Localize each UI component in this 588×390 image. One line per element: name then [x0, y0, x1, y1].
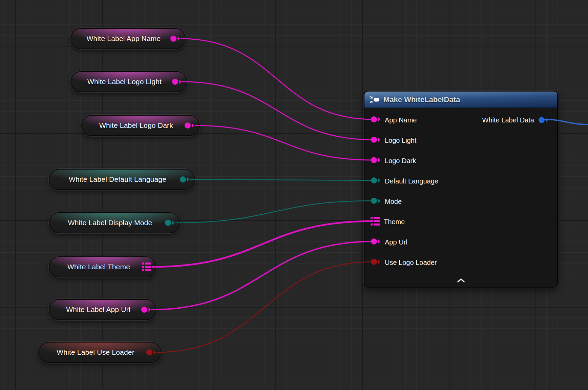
- graph-canvas[interactable]: White Label App Name White Label Logo Li…: [0, 0, 588, 390]
- output-pin[interactable]: [146, 349, 156, 356]
- pin-label: Mode: [385, 198, 402, 206]
- pin-label: Use Logo Loader: [385, 259, 437, 267]
- input-pin-app-name[interactable]: [371, 116, 381, 124]
- enum-pin-icon: [180, 176, 190, 183]
- output-pin[interactable]: [184, 122, 194, 129]
- input-pin-use-logo-loader[interactable]: [371, 258, 381, 267]
- pin-label: Logo Dark: [385, 157, 416, 165]
- pin-row-use-logo-loader: Use Logo Loader: [364, 252, 557, 273]
- string-pin-icon: [141, 306, 151, 313]
- input-pin-logo-dark[interactable]: [371, 156, 381, 165]
- node-make-whitelabeldata[interactable]: Make WhiteLabelData App Name White Label…: [364, 91, 558, 288]
- pin-row-logo-dark: Logo Dark: [364, 151, 557, 171]
- pin-rows: App Name White Label Data Logo Light: [364, 108, 557, 273]
- pin-row-app-name: App Name White Label Data: [364, 110, 557, 130]
- struct-pin-icon: [142, 262, 151, 271]
- node-get-white-label-app-name[interactable]: White Label App Name: [70, 28, 186, 49]
- output-pin[interactable]: [170, 35, 180, 42]
- pin-label: App Name: [385, 116, 417, 124]
- node-label: White Label Display Mode: [58, 219, 162, 227]
- pin-label: Default Language: [385, 177, 438, 185]
- node-label: White Label Logo Light: [80, 78, 169, 86]
- wire-app-name[interactable]: [181, 39, 373, 119]
- pin-row-default-language: Default Language: [364, 171, 557, 191]
- node-label: White Label App Name: [80, 35, 167, 43]
- node-label: White Label Use Loader: [48, 348, 143, 356]
- output-pin-white-label-data[interactable]: White Label Data: [482, 116, 548, 124]
- chevron-up-icon: [457, 278, 465, 282]
- pin-row-logo-light: Logo Light: [364, 130, 557, 151]
- node-label: White Label App Url: [58, 306, 138, 314]
- collapse-node-button[interactable]: [454, 276, 468, 285]
- node-title: Make WhiteLabelData: [383, 95, 460, 104]
- enum-pin-icon: [165, 219, 175, 227]
- node-get-white-label-theme[interactable]: White Label Theme: [49, 256, 156, 277]
- output-pin[interactable]: [172, 78, 182, 85]
- pin-row-app-url: App Url: [364, 232, 557, 252]
- node-label: White Label Logo Dark: [91, 121, 182, 130]
- node-label: White Label Default Language: [58, 175, 177, 183]
- node-label: White Label Theme: [58, 263, 139, 271]
- node-get-white-label-logo-dark[interactable]: White Label Logo Dark: [81, 115, 200, 136]
- pin-label: Logo Light: [385, 137, 416, 144]
- string-pin-icon: [170, 35, 180, 42]
- string-pin-icon: [172, 78, 182, 85]
- pin-label: Theme: [384, 218, 405, 226]
- pin-row-mode: Mode: [364, 191, 557, 212]
- wire-default-language[interactable]: [190, 179, 373, 180]
- pin-label: App Url: [385, 238, 407, 246]
- pin-label: White Label Data: [482, 116, 534, 124]
- pin-row-theme: Theme: [364, 212, 557, 232]
- node-get-white-label-logo-light[interactable]: White Label Logo Light: [70, 71, 187, 92]
- make-struct-icon: [369, 95, 380, 104]
- input-pin-mode[interactable]: [371, 197, 381, 206]
- node-title-bar[interactable]: Make WhiteLabelData: [364, 92, 557, 108]
- wire-display-mode[interactable]: [175, 201, 373, 223]
- output-pin[interactable]: [142, 262, 151, 271]
- wire-logo-dark[interactable]: [195, 125, 373, 160]
- string-pin-icon: [184, 122, 194, 129]
- input-pin-default-language[interactable]: [371, 177, 381, 186]
- node-get-white-label-use-loader[interactable]: White Label Use Loader: [38, 342, 162, 363]
- output-pin[interactable]: [141, 306, 151, 313]
- struct-out-pin-icon: [538, 116, 548, 124]
- wire-app-url[interactable]: [151, 241, 373, 310]
- bool-pin-icon: [146, 349, 156, 356]
- output-pin[interactable]: [165, 219, 175, 227]
- node-get-white-label-app-url[interactable]: White Label App Url: [49, 299, 156, 320]
- input-pin-logo-light[interactable]: [371, 136, 381, 145]
- output-pin[interactable]: [180, 176, 190, 183]
- node-get-white-label-default-language[interactable]: White Label Default Language: [49, 169, 195, 190]
- node-get-white-label-display-mode[interactable]: White Label Display Mode: [49, 212, 180, 233]
- wire-logo-light[interactable]: [182, 82, 373, 140]
